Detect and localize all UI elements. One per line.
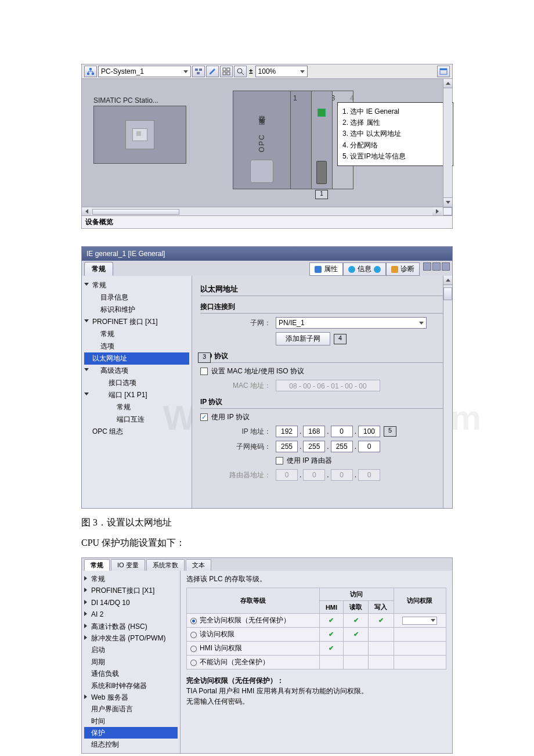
pt-commload[interactable]: 通信负载	[84, 668, 178, 679]
slot-empty-1[interactable]	[291, 91, 312, 189]
zoom-combo[interactable]: 100%	[255, 66, 308, 77]
property-content: 以太网地址 接口连接到 子网： PN/IE_1 添加新子网 4 ISO 协议 设…	[192, 276, 452, 508]
scroll-up-icon[interactable]	[443, 79, 452, 88]
th-pwperm: 访问权限	[394, 588, 446, 614]
mask-oct-1[interactable]	[276, 441, 298, 452]
radio-read-access[interactable]	[190, 632, 197, 638]
chevron-down-icon	[300, 70, 305, 73]
scroll-down-icon[interactable]	[443, 197, 452, 207]
device-overview-header[interactable]: 设备概览	[81, 216, 453, 229]
pc-station[interactable]: SIMATIC PC Statio...	[93, 96, 186, 164]
pt-profinet[interactable]: PROFINET接口 [X1]	[84, 585, 178, 596]
pt-cycle[interactable]: 周期	[84, 656, 178, 668]
tree-if-options[interactable]: 接口选项	[84, 377, 189, 389]
topology-icon[interactable]	[84, 66, 97, 77]
svg-point-10	[237, 69, 242, 73]
pt-pto[interactable]: 脉冲发生器 (PTO/PWM)	[84, 632, 178, 644]
ip-oct-3[interactable]	[331, 426, 353, 437]
subnet-combo[interactable]: PN/IE_1	[276, 317, 427, 329]
pt-confctrl[interactable]: 组态控制	[84, 739, 178, 750]
device-selector[interactable]: PC-System_1	[98, 66, 191, 77]
tab-general[interactable]: 常规	[84, 262, 113, 276]
edit-icon[interactable]	[206, 66, 219, 77]
scrollbar-corner-icon[interactable]	[443, 207, 452, 215]
tree-pn-general[interactable]: 常规	[84, 328, 189, 340]
subnet-mask-input[interactable]: . . .	[276, 441, 380, 452]
radio-hmi-access[interactable]	[190, 646, 197, 652]
password-dropdown[interactable]	[402, 617, 437, 625]
mask-oct-2[interactable]	[303, 441, 325, 452]
table-row[interactable]: 完全访问权限（无任何保护） ✔ ✔ ✔	[187, 614, 446, 628]
r3-label: HMI 访问权限	[200, 644, 242, 652]
restore-icon[interactable]	[432, 262, 441, 271]
menu-chevron-icon[interactable]	[442, 262, 450, 271]
tree-general[interactable]: 常规	[84, 279, 189, 291]
property-tree[interactable]: 常规 目录信息 标识和维护 PROFINET 接口 [X1] 常规 选项 以太网…	[82, 276, 192, 508]
station-title: SIMATIC PC Statio...	[93, 96, 186, 105]
tree-profinet[interactable]: PROFINET 接口 [X1]	[84, 316, 189, 328]
rtab-diagnostics[interactable]: 诊断	[386, 262, 420, 276]
pt-time[interactable]: 时间	[84, 715, 178, 727]
ip-oct-4[interactable]	[358, 426, 380, 437]
pt-general[interactable]: 常规	[84, 573, 178, 585]
mask-oct-4[interactable]	[358, 441, 380, 452]
scroll-right-icon[interactable]	[432, 207, 442, 215]
rtab-info[interactable]: 信息	[343, 262, 386, 276]
ptab-iovars[interactable]: IO 变量	[111, 559, 145, 571]
table-row[interactable]: HMI 访问权限 ✔	[187, 642, 446, 656]
tree-port-interconn[interactable]: 端口互连	[84, 413, 189, 426]
tree-port[interactable]: 端口 [X1 P1]	[84, 389, 189, 401]
radio-full-access[interactable]	[190, 618, 197, 624]
scroll-left-icon[interactable]	[82, 207, 91, 215]
prot-tree[interactable]: 常规 PROFINET接口 [X1] DI 14/DQ 10 AI 2 高速计数…	[82, 571, 181, 753]
slot-opc[interactable]: OPC 服务器	[233, 91, 291, 189]
pt-ai[interactable]: AI 2	[84, 609, 178, 620]
mask-oct-3[interactable]	[331, 441, 353, 452]
hscrollbar[interactable]	[81, 207, 453, 216]
tree-pn-options[interactable]: 选项	[84, 340, 189, 352]
table-row[interactable]: 读访问权限 ✔ ✔	[187, 628, 446, 642]
iso-checkbox[interactable]	[200, 368, 208, 375]
tree-ethernet-address[interactable]: 以太网地址	[84, 352, 189, 365]
slot-ie-general[interactable]: 1	[312, 91, 333, 189]
use-ip-checkbox[interactable]	[200, 413, 208, 421]
ip-address-input[interactable]: . . .	[276, 426, 380, 437]
ptab-text[interactable]: 文本	[186, 559, 211, 571]
scroll-up-icon[interactable]	[443, 276, 452, 285]
zoom-icon[interactable]	[234, 66, 247, 77]
rtab-properties[interactable]: 属性	[309, 262, 343, 276]
tree-opc-config[interactable]: OPC 组态	[84, 426, 189, 438]
tree-ident[interactable]: 标识和维护	[84, 304, 189, 316]
pt-startup[interactable]: 启动	[84, 644, 178, 656]
ptab-general[interactable]: 常规	[84, 559, 110, 571]
tree-catalog[interactable]: 目录信息	[84, 291, 189, 304]
iso-checkbox-label: 设置 MAC 地址/使用 ISO 协议	[211, 366, 304, 376]
window-buttons[interactable]	[423, 262, 450, 276]
ip-oct-1[interactable]	[276, 426, 298, 437]
layout-icon[interactable]	[437, 66, 450, 77]
table-row[interactable]: 不能访问（完全保护）	[187, 656, 446, 669]
pt-hsc[interactable]: 高速计数器 (HSC)	[84, 621, 178, 632]
pt-uilang[interactable]: 用户界面语言	[84, 703, 178, 715]
tree-advanced[interactable]: 高级选项	[84, 365, 189, 377]
device-canvas[interactable]: SIMATIC PC Statio... 1 2 3 4 OPC 服务器 1 1…	[81, 79, 453, 207]
pt-web[interactable]: Web 服务器	[84, 692, 178, 703]
pt-didq[interactable]: DI 14/DQ 10	[84, 597, 178, 609]
radio-no-access[interactable]	[190, 660, 197, 666]
add-subnet-button[interactable]: 添加新子网	[276, 332, 330, 345]
chevron-down-icon	[419, 322, 424, 325]
content-vscrollbar[interactable]	[443, 276, 452, 508]
min-icon[interactable]	[423, 262, 431, 271]
tree-port-general[interactable]: 常规	[84, 401, 189, 413]
ip-oct-2[interactable]	[303, 426, 325, 437]
pt-sysmem[interactable]: 系统和时钟存储器	[84, 680, 178, 692]
use-router-checkbox[interactable]	[276, 457, 283, 465]
slotnum-4: 4	[350, 94, 354, 102]
grid-icon[interactable]	[220, 66, 233, 77]
network-view-icon[interactable]	[192, 66, 205, 77]
vscrollbar[interactable]	[443, 79, 452, 207]
lbl-mask: 子网掩码：	[200, 442, 276, 452]
r1-label: 完全访问权限（无任何保护）	[200, 616, 290, 624]
ptab-sysconst[interactable]: 系统常数	[146, 559, 185, 571]
pt-protect[interactable]: 保护	[84, 727, 178, 739]
